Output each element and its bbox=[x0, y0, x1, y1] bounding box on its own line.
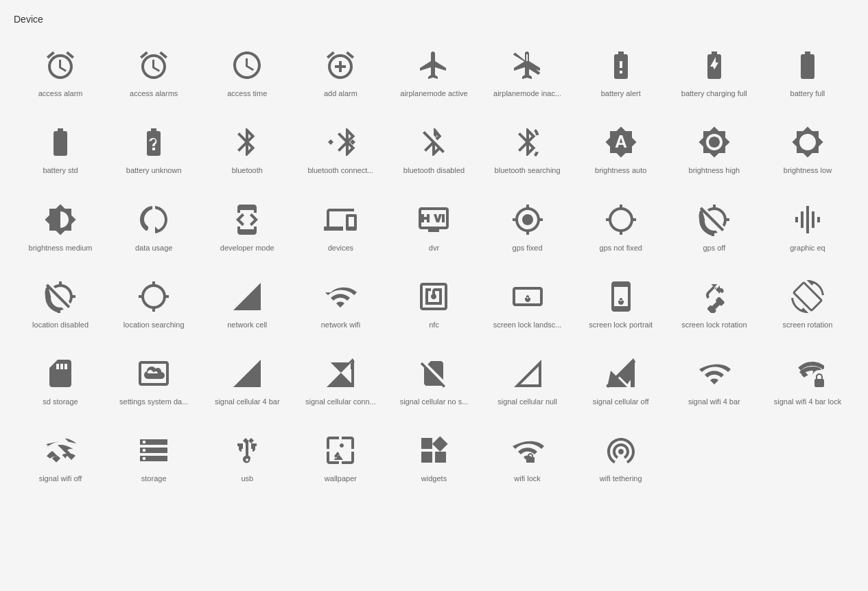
airplanemode-active-icon bbox=[417, 49, 450, 82]
icon-item-gps-fixed[interactable]: gps fixed bbox=[481, 193, 574, 263]
widgets-label: widgets bbox=[421, 474, 447, 483]
icon-item-battery-full[interactable]: battery full bbox=[761, 38, 854, 108]
location-searching-label: location searching bbox=[124, 320, 185, 329]
signal-cellular-off-icon bbox=[605, 357, 637, 390]
add-alarm-icon bbox=[324, 49, 357, 82]
network-wifi-label: network wifi bbox=[321, 320, 360, 329]
location-searching-icon bbox=[137, 280, 170, 313]
network-cell-label: network cell bbox=[227, 320, 267, 329]
bluetooth-searching-icon bbox=[511, 126, 544, 159]
icon-item-storage[interactable]: storage bbox=[107, 424, 200, 494]
icon-item-data-usage[interactable]: data usage bbox=[107, 193, 200, 263]
storage-label: storage bbox=[141, 474, 167, 483]
nfc-icon bbox=[417, 280, 450, 313]
battery-unknown-label: battery unknown bbox=[126, 165, 182, 175]
battery-alert-icon bbox=[605, 49, 637, 82]
icon-item-airplanemode-inactive[interactable]: airplanemode inac... bbox=[481, 38, 574, 108]
signal-cellular-no-sim-icon bbox=[417, 357, 450, 390]
airplanemode-inactive-label: airplanemode inac... bbox=[493, 89, 561, 98]
icon-item-wifi-lock[interactable]: wifi lock bbox=[481, 424, 574, 494]
graphic-eq-label: graphic eq bbox=[790, 243, 825, 253]
icon-item-devices[interactable]: devices bbox=[294, 193, 387, 263]
icon-item-signal-wifi-off[interactable]: signal wifi off bbox=[14, 424, 107, 494]
devices-label: devices bbox=[328, 243, 353, 253]
bluetooth-disabled-label: bluetooth disabled bbox=[403, 165, 465, 175]
wifi-tethering-icon bbox=[605, 434, 637, 467]
screen-rotation-label: screen rotation bbox=[783, 320, 833, 329]
icon-item-brightness-high[interactable]: brightness high bbox=[668, 115, 761, 185]
icon-item-wifi-tethering[interactable]: wifi tethering bbox=[574, 424, 668, 494]
icon-item-gps-not-fixed[interactable]: gps not fixed bbox=[574, 193, 668, 263]
icon-item-signal-wifi-4bar-lock[interactable]: signal wifi 4 bar lock bbox=[761, 347, 854, 417]
icon-item-battery-alert[interactable]: battery alert bbox=[574, 38, 668, 108]
icon-item-screen-lock-rotation[interactable]: screen lock rotation bbox=[668, 270, 761, 340]
screen-lock-rotation-icon bbox=[698, 280, 731, 313]
icon-item-battery-std[interactable]: battery std bbox=[14, 115, 107, 185]
gps-not-fixed-icon bbox=[605, 203, 637, 236]
icon-item-settings-system-daydream[interactable]: settings system da... bbox=[107, 347, 200, 417]
icon-item-bluetooth[interactable]: bluetooth bbox=[200, 115, 294, 185]
icon-item-signal-cellular-connected[interactable]: signal cellular conn... bbox=[294, 347, 387, 417]
icon-item-location-disabled[interactable]: location disabled bbox=[14, 270, 107, 340]
icon-item-add-alarm[interactable]: add alarm bbox=[294, 38, 387, 108]
settings-system-daydream-icon bbox=[137, 357, 170, 390]
icon-item-bluetooth-connected[interactable]: bluetooth connect... bbox=[294, 115, 387, 185]
settings-system-daydream-label: settings system da... bbox=[119, 397, 188, 406]
signal-cellular-4bar-label: signal cellular 4 bar bbox=[215, 397, 280, 406]
icon-item-signal-cellular-off[interactable]: signal cellular off bbox=[574, 347, 668, 417]
icon-item-network-cell[interactable]: network cell bbox=[200, 270, 294, 340]
icon-item-graphic-eq[interactable]: graphic eq bbox=[761, 193, 854, 263]
icon-item-brightness-low[interactable]: brightness low bbox=[761, 115, 854, 185]
icon-item-bluetooth-searching[interactable]: bluetooth searching bbox=[481, 115, 574, 185]
icon-item-signal-cellular-null[interactable]: signal cellular null bbox=[481, 347, 574, 417]
add-alarm-label: add alarm bbox=[324, 89, 357, 98]
icon-item-sd-storage[interactable]: sd storage bbox=[14, 347, 107, 417]
gps-fixed-label: gps fixed bbox=[513, 243, 543, 253]
gps-fixed-icon bbox=[511, 203, 544, 236]
icon-item-network-wifi[interactable]: network wifi bbox=[294, 270, 387, 340]
screen-rotation-icon bbox=[791, 280, 824, 313]
icon-item-bluetooth-disabled[interactable]: bluetooth disabled bbox=[387, 115, 480, 185]
icon-item-signal-wifi-4bar[interactable]: signal wifi 4 bar bbox=[668, 347, 761, 417]
brightness-high-label: brightness high bbox=[689, 165, 740, 175]
icon-item-access-alarm[interactable]: access alarm bbox=[14, 38, 107, 108]
bluetooth-connected-label: bluetooth connect... bbox=[307, 165, 373, 175]
graphic-eq-icon bbox=[791, 203, 824, 236]
icon-item-developer-mode[interactable]: developer mode bbox=[200, 193, 294, 263]
data-usage-icon bbox=[137, 203, 170, 236]
signal-wifi-off-icon bbox=[44, 434, 77, 467]
icon-item-battery-unknown[interactable]: battery unknown bbox=[107, 115, 200, 185]
icon-item-nfc[interactable]: nfc bbox=[387, 270, 480, 340]
widgets-icon bbox=[417, 434, 450, 467]
icon-item-widgets[interactable]: widgets bbox=[387, 424, 480, 494]
icon-item-dvr[interactable]: dvr bbox=[387, 193, 480, 263]
icon-item-brightness-auto[interactable]: brightness auto bbox=[574, 115, 668, 185]
data-usage-label: data usage bbox=[135, 243, 172, 253]
icon-item-battery-charging-full[interactable]: battery charging full bbox=[668, 38, 761, 108]
icon-item-screen-rotation[interactable]: screen rotation bbox=[761, 270, 854, 340]
icon-item-screen-lock-portrait[interactable]: screen lock portrait bbox=[574, 270, 668, 340]
icon-item-screen-lock-landscape[interactable]: screen lock landsc... bbox=[481, 270, 574, 340]
bluetooth-disabled-icon bbox=[417, 126, 450, 159]
icon-item-usb[interactable]: usb bbox=[200, 424, 294, 494]
icon-item-access-time[interactable]: access time bbox=[200, 38, 294, 108]
brightness-high-icon bbox=[698, 126, 731, 159]
gps-off-label: gps off bbox=[703, 243, 725, 253]
icon-item-signal-cellular-no-sim[interactable]: signal cellular no s... bbox=[387, 347, 480, 417]
network-wifi-icon bbox=[324, 280, 357, 313]
access-alarms-icon bbox=[137, 49, 170, 82]
icon-item-brightness-medium[interactable]: brightness medium bbox=[14, 193, 107, 263]
signal-wifi-4bar-label: signal wifi 4 bar bbox=[688, 397, 740, 406]
icon-item-wallpaper[interactable]: wallpaper bbox=[294, 424, 387, 494]
battery-full-label: battery full bbox=[790, 89, 825, 98]
icon-item-gps-off[interactable]: gps off bbox=[668, 193, 761, 263]
icon-item-access-alarms[interactable]: access alarms bbox=[107, 38, 200, 108]
brightness-medium-label: brightness medium bbox=[29, 243, 93, 253]
dvr-icon bbox=[417, 203, 450, 236]
screen-lock-landscape-icon bbox=[511, 280, 544, 313]
icon-item-airplanemode-active[interactable]: airplanemode active bbox=[387, 38, 480, 108]
gps-off-icon bbox=[698, 203, 731, 236]
icon-item-location-searching[interactable]: location searching bbox=[107, 270, 200, 340]
airplanemode-active-label: airplanemode active bbox=[400, 89, 467, 98]
icon-item-signal-cellular-4bar[interactable]: signal cellular 4 bar bbox=[200, 347, 294, 417]
